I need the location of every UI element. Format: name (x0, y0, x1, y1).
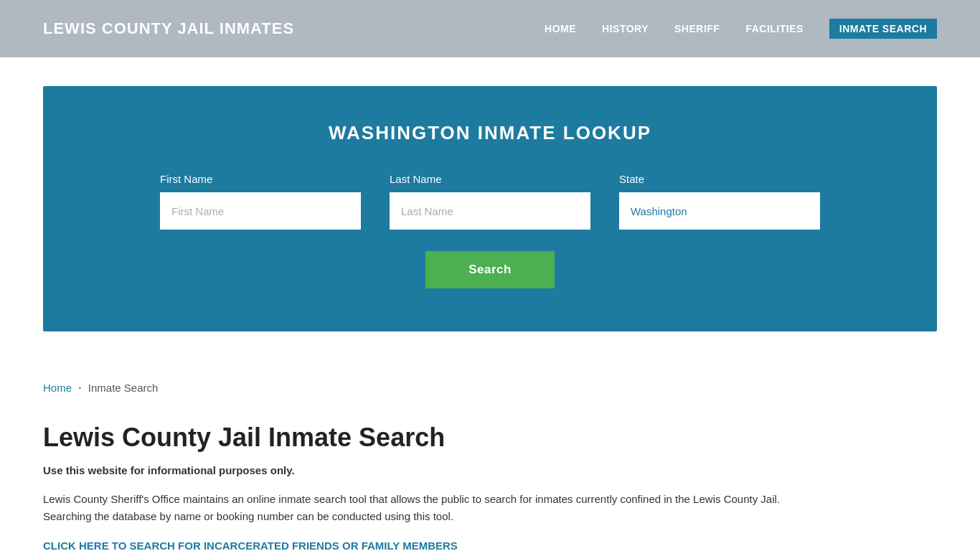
page-heading: Lewis County Jail Inmate Search (43, 423, 937, 453)
form-fields: First Name Last Name State (86, 173, 894, 230)
search-button[interactable]: Search (425, 251, 555, 288)
info-bold-text: Use this website for informational purpo… (43, 464, 937, 476)
site-header: LEWIS COUNTY JAIL INMATES HOME HISTORY S… (0, 0, 980, 57)
info-paragraph: Lewis County Sheriff's Office maintains … (43, 491, 796, 525)
breadcrumb: Home • Inmate Search (0, 360, 980, 408)
info-text-content: Lewis County Sheriff's Office maintains … (43, 493, 780, 522)
last-name-label: Last Name (390, 173, 590, 185)
search-section-title: Washington Inmate Lookup (86, 122, 894, 144)
state-label: State (619, 173, 820, 185)
first-name-group: First Name (160, 173, 361, 230)
site-title: LEWIS COUNTY JAIL INMATES (43, 19, 294, 38)
last-name-group: Last Name (390, 173, 590, 230)
nav-home[interactable]: HOME (545, 23, 576, 34)
cta-search-link[interactable]: CLICK HERE to Search for Incarcerated Fr… (43, 540, 458, 551)
last-name-input[interactable] (390, 192, 590, 230)
breadcrumb-home-link[interactable]: Home (43, 382, 72, 394)
nav-sheriff[interactable]: SHERIFF (674, 23, 720, 34)
search-form: First Name Last Name State Search (86, 173, 894, 288)
nav-facilities[interactable]: FACILITIES (745, 23, 803, 34)
main-content: Lewis County Jail Inmate Search Use this… (0, 408, 980, 551)
search-section: Washington Inmate Lookup First Name Last… (43, 86, 937, 331)
nav-inmate-search[interactable]: INMATE SEARCH (829, 19, 937, 39)
first-name-input[interactable] (160, 192, 361, 230)
main-nav: HOME HISTORY SHERIFF FACILITIES INMATE S… (545, 19, 937, 39)
state-input[interactable] (619, 192, 820, 230)
nav-history[interactable]: HISTORY (602, 23, 649, 34)
first-name-label: First Name (160, 173, 361, 185)
breadcrumb-current-page: Inmate Search (88, 382, 159, 394)
breadcrumb-separator: • (79, 385, 81, 391)
state-group: State (619, 173, 820, 230)
